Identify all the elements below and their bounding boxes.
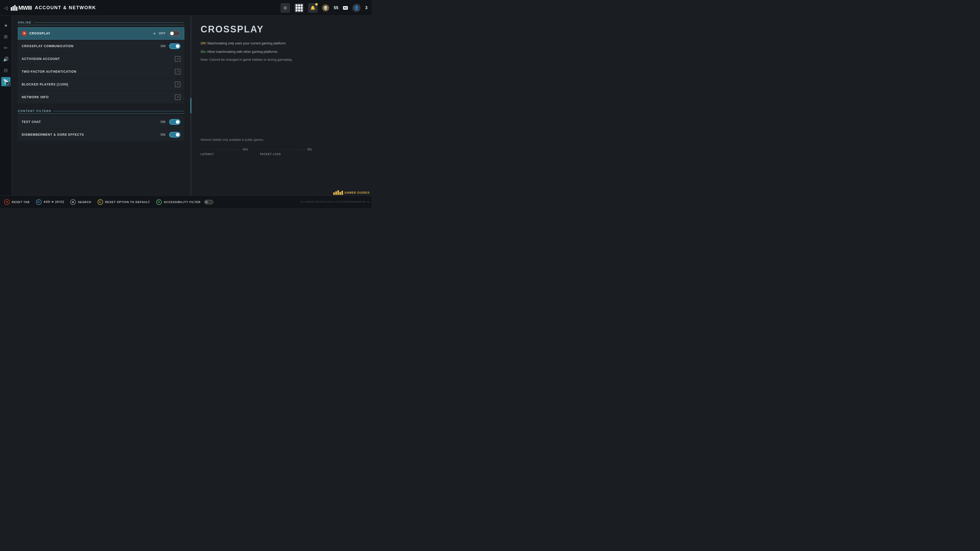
logo-text: MWIII [18, 5, 32, 11]
controller-icon: ⊞ [4, 34, 8, 40]
gamer-guides-text: GAMER GUIDES [345, 191, 369, 194]
profile-icon-button[interactable]: ⊙ [281, 3, 290, 13]
external-link-icon [175, 56, 180, 62]
sidebar-item-pencil[interactable]: ✏ [1, 43, 11, 52]
packet-loss-dashes: - - - - - - - - - - - - - - - - - - [260, 148, 305, 151]
notification-badge [315, 3, 318, 6]
player-count-value: 3 [365, 6, 368, 10]
grid-icon [296, 4, 303, 11]
two-factor-row[interactable]: TWO-FACTOR AUTHENTICATION [18, 65, 184, 78]
latency-label: LATENCY [200, 153, 248, 156]
gamer-guides-icon [333, 190, 343, 195]
sidebar-sub-icon: 🔗 [6, 82, 10, 86]
crossplay-communication-row[interactable]: CROSSPLAY COMMUNICATION ON [18, 40, 184, 52]
reset-option-circle-icon: Ⓛ [97, 199, 103, 205]
accessibility-circle-icon: Ⓐ [156, 199, 162, 205]
reset-option-button[interactable]: Ⓛ RESET OPTION TO DEFAULT [97, 199, 150, 205]
packet-loss-stat: - - - - - - - - - - - - - - - - - - 0% P… [260, 148, 312, 156]
latency-value: N/A [243, 148, 248, 151]
reset-tab-label: RESET TAB [12, 200, 30, 203]
gore-effects-value: ON [161, 133, 165, 137]
network-info-section: Network details only available in public… [200, 138, 363, 156]
reset-tab-button[interactable]: ⊗ RESET TAB [4, 199, 30, 205]
latency-dashes: - - - - - - - - - - - - - - - - [200, 148, 241, 151]
sidebar-item-favorites[interactable]: ★ [1, 21, 11, 30]
back-button[interactable]: ◁ [4, 5, 8, 11]
packet-loss-value: 0% [307, 148, 312, 151]
gore-effects-toggle[interactable] [169, 132, 180, 138]
star-icon: ★ [4, 23, 8, 28]
add-favorite-button[interactable]: Ⓐ ADD ★ [8/15] [36, 199, 64, 205]
game-logo: MWIII [11, 5, 32, 11]
gore-effects-row[interactable]: DISMEMBERMENT & GORE EFFECTS ON [18, 129, 184, 141]
sidebar-item-controller[interactable]: ⊞ [1, 32, 11, 41]
sidebar-item-interface[interactable]: ⊟ [1, 66, 11, 75]
off-label: Off: [200, 41, 207, 45]
text-chat-row[interactable]: TEXT CHAT ON [18, 116, 184, 128]
add-favorite-label: ADD ★ [8/15] [44, 200, 64, 203]
header: ◁ MWIII ACCOUNT & NETWORK ⊙ 🔔 [0, 0, 372, 16]
main-content: ONLINE ✕ CROSSPLAY ★ OFF CROSSPLAY COMMU… [12, 16, 372, 195]
activision-label: ACTIVISION ACCOUNT [22, 57, 175, 61]
page-title: ACCOUNT & NETWORK [35, 5, 96, 11]
search-button[interactable]: ▣ SEARCH [70, 199, 91, 205]
sidebar-item-audio[interactable]: 🔊 [1, 55, 11, 64]
r3-badge: R3 [343, 6, 348, 10]
profile-icon: ⊙ [283, 5, 287, 10]
panel-divider [190, 16, 191, 195]
network-info-row[interactable]: NETWORK INFO [18, 91, 184, 103]
reset-option-label: RESET OPTION TO DEFAULT [105, 200, 150, 203]
crossplay-star-icon: ★ [153, 32, 156, 35]
add-favorite-circle-icon: Ⓐ [36, 199, 41, 205]
external-link-icon [175, 94, 180, 100]
packet-loss-label: PACKET LOSS [260, 153, 312, 156]
toggle-knob [176, 44, 180, 48]
audio-icon: 🔊 [3, 56, 9, 62]
accessibility-label: ACCESSIBILITY FILTER [164, 200, 200, 203]
bell-icon: 🔔 [310, 5, 315, 10]
crossplay-row[interactable]: ✕ CROSSPLAY ★ OFF [18, 27, 184, 40]
network-note: Network details only available in public… [200, 138, 363, 141]
toggle-knob [170, 32, 174, 35]
content-filters-section-header: CONTENT FILTERS [18, 110, 184, 114]
gore-effects-label: DISMEMBERMENT & GORE EFFECTS [22, 133, 161, 137]
header-right: ⊙ 🔔 💀 55 R3 👤 3 [281, 3, 368, 13]
search-label: SEARCH [78, 200, 91, 203]
latency-line: - - - - - - - - - - - - - - - - N/A [200, 148, 248, 151]
online-section-header: ONLINE [18, 21, 184, 25]
accessibility-toggle-knob [205, 201, 208, 203]
detail-off-desc: Off: Matchmaking only uses your current … [200, 41, 363, 46]
text-chat-toggle[interactable] [169, 119, 180, 125]
interface-icon: ⊟ [4, 68, 8, 73]
sidebar-item-account[interactable]: 📡 🔗 [1, 77, 11, 86]
accessibility-toggle[interactable] [204, 200, 213, 204]
blocked-players-row[interactable]: BLOCKED PLAYERS [1/200] [18, 78, 184, 91]
crossplay-toggle[interactable] [169, 30, 180, 36]
grid-menu-button[interactable] [294, 3, 304, 13]
detail-panel: CROSSPLAY Off: Matchmaking only uses you… [191, 16, 372, 195]
detail-note: Note: Cannot be changed in game lobbies … [200, 58, 363, 62]
settings-panel: ONLINE ✕ CROSSPLAY ★ OFF CROSSPLAY COMMU… [12, 16, 190, 195]
crossplay-comm-value: ON [161, 44, 165, 48]
packet-loss-line: - - - - - - - - - - - - - - - - - - 0% [260, 148, 312, 151]
external-link-icon [175, 69, 180, 75]
accessibility-filter-button[interactable]: Ⓐ ACCESSIBILITY FILTER [156, 199, 213, 205]
text-chat-label: TEXT CHAT [22, 120, 161, 124]
external-link-icon [175, 82, 180, 87]
crossplay-comm-toggle[interactable] [169, 43, 180, 49]
crossplay-label: CROSSPLAY [29, 32, 153, 35]
pencil-icon: ✏ [4, 45, 8, 51]
network-stats: - - - - - - - - - - - - - - - - N/A LATE… [200, 148, 363, 156]
sidebar: ★ ⊞ ✏ 🔊 ⊟ 📡 🔗 [0, 16, 12, 195]
error-icon: ✕ [22, 31, 27, 36]
blocked-players-label: BLOCKED PLAYERS [1/200] [22, 83, 175, 86]
search-circle-icon: ▣ [70, 199, 76, 205]
on-desc-text: Allow matchmaking with other gaming plat… [207, 50, 278, 54]
score-badge: 55 [334, 6, 339, 10]
notifications-button[interactable]: 🔔 [308, 3, 318, 13]
score-value: 55 [334, 6, 339, 10]
network-info-label: NETWORK INFO [22, 95, 175, 99]
reset-tab-circle-icon: ⊗ [4, 199, 10, 205]
activision-account-row[interactable]: ACTIVISION ACCOUNT [18, 53, 184, 65]
latency-stat: - - - - - - - - - - - - - - - - N/A LATE… [200, 148, 248, 156]
